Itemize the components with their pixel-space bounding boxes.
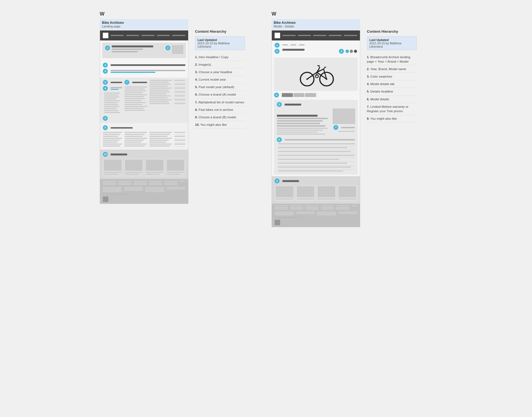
right-hier-item-3: 3. Color swatches bbox=[367, 73, 417, 80]
right-ymal-card-1 bbox=[275, 185, 295, 201]
right-ymal-card-3 bbox=[316, 185, 336, 201]
left-page-title: Bike Archives bbox=[102, 21, 186, 25]
right-nav-logo bbox=[275, 33, 280, 38]
tab-3[interactable] bbox=[305, 93, 316, 97]
left-hier-item-2: 2. Image(s) bbox=[195, 61, 245, 68]
right-hier-item-1: 1. Breadcrumb Archive landing page < Yea… bbox=[367, 53, 417, 65]
right-badge-3: 3 bbox=[339, 49, 344, 54]
right-section: W Bike Archives Model - Details bbox=[272, 11, 432, 406]
badge-1: 1 bbox=[105, 45, 110, 50]
left-ymal-section: 10 bbox=[100, 150, 188, 179]
right-logo-area: W bbox=[272, 11, 360, 17]
left-hier-item-6: 6. Choose a brand (A) model bbox=[195, 91, 245, 98]
right-nav-item-2 bbox=[298, 35, 311, 36]
badge-9: 9 bbox=[103, 125, 108, 130]
left-wireframe-col: W Bike Archives Landing page bbox=[100, 11, 188, 406]
right-wireframe-col: W Bike Archives Model - Details bbox=[272, 11, 360, 406]
right-wireframe-box: 1 > > 2 3 bbox=[272, 30, 360, 227]
left-hero-section: 1 2 bbox=[102, 43, 186, 58]
left-lu-value: 2012-10-15 by Matthew Litherland bbox=[198, 42, 242, 48]
right-navbar bbox=[272, 30, 360, 40]
svg-line-10 bbox=[324, 67, 325, 69]
right-badge-4: 4 bbox=[274, 93, 279, 98]
left-nav-item-4 bbox=[157, 35, 170, 36]
left-year-section: 3 4 bbox=[100, 60, 188, 78]
right-badge-6b: 6 bbox=[277, 137, 282, 142]
right-page-sub: Model - Details bbox=[274, 25, 358, 28]
badge-6: 6 bbox=[103, 86, 108, 91]
badge-4: 4 bbox=[103, 69, 108, 74]
right-lu-value: 2012-10-15 by Matthew Litherland bbox=[369, 42, 414, 48]
left-page-sub: Landing page bbox=[102, 25, 186, 28]
svg-line-12 bbox=[318, 66, 320, 68]
badge-2: 2 bbox=[165, 45, 170, 50]
left-hier-item-10: 10. You might also like bbox=[195, 121, 245, 129]
badge-3: 3 bbox=[103, 63, 108, 68]
right-logo-icon: W bbox=[272, 11, 360, 17]
left-footer-sq bbox=[103, 196, 108, 202]
right-ymal-cards bbox=[275, 185, 357, 201]
swatch-1 bbox=[346, 50, 349, 53]
tab-1[interactable] bbox=[282, 93, 293, 97]
right-hier-item-8: 8. You might also like bbox=[367, 115, 417, 122]
right-badge-5: 5 bbox=[277, 102, 282, 107]
left-navbar bbox=[100, 30, 188, 40]
left-title-block: Bike Archives Landing page bbox=[100, 19, 188, 30]
left-nav-item-3 bbox=[141, 35, 155, 36]
left-hierarchy-col: Content Hierarchy Last Updated 2012-10-1… bbox=[195, 11, 245, 406]
right-badge-1: 1 bbox=[275, 43, 280, 48]
right-ymal-card-4 bbox=[337, 185, 357, 201]
left-ymal-cards bbox=[103, 158, 185, 177]
left-brand-b-section: 9 bbox=[100, 123, 188, 150]
swatch-3 bbox=[354, 50, 357, 53]
left-section: W Bike Archives Landing page bbox=[100, 11, 260, 406]
left-brand-a-section: 5 6 bbox=[100, 78, 188, 123]
right-page-title: Bike Archives bbox=[274, 21, 358, 25]
right-footer-sq bbox=[275, 220, 280, 225]
left-nav-logo bbox=[103, 33, 108, 38]
right-details-section: 5 6 bbox=[274, 100, 358, 175]
ymal-card-1 bbox=[103, 158, 123, 177]
left-logo-area: W bbox=[100, 11, 188, 17]
left-lu-label: Last Updated bbox=[198, 38, 242, 42]
left-hierarchy-list: 1. Intro Headline / Copy 2. Image(s) 3. … bbox=[195, 53, 245, 129]
left-hier-item-3: 3. Choose a year headline bbox=[195, 68, 245, 76]
badge-8: 8 bbox=[103, 116, 108, 121]
left-logo-icon: W bbox=[100, 11, 188, 17]
left-hierarchy-title: Content Hierarchy bbox=[195, 29, 245, 34]
right-ymal-card-2 bbox=[296, 185, 316, 201]
ymal-card-4 bbox=[166, 158, 186, 177]
right-hierarchy-list: 1. Breadcrumb Archive landing page < Yea… bbox=[367, 53, 417, 122]
left-hier-item-8: 8. Past bikes not in archive bbox=[195, 106, 245, 114]
left-hier-item-7: 7. Alphabetical list of model names bbox=[195, 99, 245, 106]
left-nav-item-5 bbox=[172, 35, 185, 36]
left-wireframe-box: 1 2 3 bbox=[100, 30, 188, 204]
right-badge-8: 8 bbox=[275, 178, 280, 183]
left-last-updated: Last Updated 2012-10-15 by Matthew Lithe… bbox=[195, 36, 245, 50]
bicycle-svg bbox=[296, 60, 335, 88]
left-hier-item-1: 1. Intro Headline / Copy bbox=[195, 53, 245, 61]
swatch-2 bbox=[350, 50, 353, 53]
right-bike-image bbox=[274, 58, 358, 91]
right-hierarchy-col: Content Hierarchy Last Updated 2012-10-1… bbox=[367, 11, 417, 406]
page-wrapper: W Bike Archives Landing page bbox=[100, 11, 432, 406]
right-nav-item-5 bbox=[344, 35, 357, 36]
right-last-updated: Last Updated 2012-10-15 by Matthew Lithe… bbox=[367, 36, 417, 50]
right-nav-item-3 bbox=[313, 35, 326, 36]
right-hier-item-6: 6. Model details bbox=[367, 96, 417, 103]
left-footer bbox=[100, 179, 188, 204]
right-hier-item-2: 2. Year, Brand, Model name bbox=[367, 65, 417, 73]
right-lu-label: Last Updated bbox=[369, 38, 414, 42]
right-tabs-area: 4 bbox=[272, 93, 360, 100]
right-title-block: Bike Archives Model - Details bbox=[272, 19, 360, 30]
tab-2[interactable] bbox=[293, 93, 305, 97]
right-hier-item-4: 4. Model details tab bbox=[367, 80, 417, 88]
right-header-section: 1 > > 2 3 bbox=[272, 40, 360, 56]
ymal-card-3 bbox=[145, 158, 165, 177]
badge-5: 5 bbox=[103, 80, 108, 85]
right-footer bbox=[272, 204, 360, 227]
right-hier-item-7: 7. Limited lifetime warranty or Register… bbox=[367, 103, 417, 115]
left-nav-item-1 bbox=[111, 35, 124, 36]
badge-7: 7 bbox=[124, 80, 129, 85]
left-hier-item-4: 4. Current model year bbox=[195, 76, 245, 83]
